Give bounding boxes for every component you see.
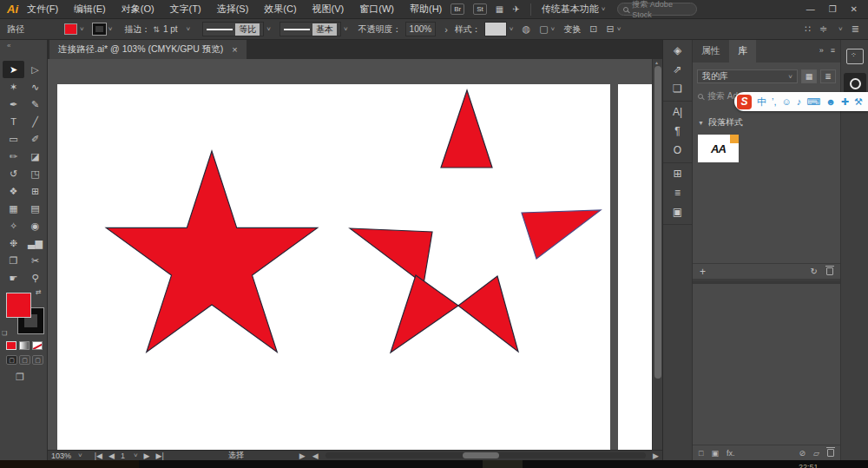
tab-libraries[interactable]: 库 xyxy=(729,40,756,63)
vertical-scroll-thumb[interactable] xyxy=(654,66,661,379)
tab-close-icon[interactable]: × xyxy=(232,44,237,55)
prev-artboard-icon[interactable]: ◀ xyxy=(108,452,115,460)
fill-chevron-icon[interactable]: ˅ xyxy=(80,25,84,33)
menu-item-效果(C)[interactable]: 效果(C) xyxy=(264,3,296,16)
fx-icon[interactable]: fx. xyxy=(727,449,735,458)
sync-icon[interactable]: ↻ xyxy=(811,267,818,276)
fill-proxy[interactable] xyxy=(6,293,31,318)
panel-expand-icon[interactable]: » xyxy=(819,46,824,55)
delete-icon[interactable] xyxy=(827,449,834,457)
distribute-options-icon[interactable]: ≑ xyxy=(819,23,827,35)
corner-chevron-icon[interactable]: ˅ xyxy=(617,25,621,33)
scale-tool-icon[interactable]: ◳ xyxy=(24,165,46,182)
close-button[interactable]: ✕ xyxy=(851,4,858,14)
status-play-icon[interactable]: ▶ xyxy=(299,452,306,460)
sogou-logo-icon[interactable]: S xyxy=(737,95,752,109)
pencil-tool-icon[interactable]: ✏ xyxy=(3,148,24,165)
opentype-panel-icon[interactable]: O xyxy=(668,144,687,158)
screen-mode-button[interactable]: ❐ xyxy=(16,372,24,383)
stroke-box-icon[interactable]: □ xyxy=(699,449,703,458)
pathfinder-panel-icon[interactable]: ▣ xyxy=(668,206,687,220)
document-tab[interactable]: 连接路径.ai* @ 103% (CMYK/GPU 预览) × xyxy=(49,40,247,59)
fill-color-swatch[interactable] xyxy=(64,23,77,35)
slice-tool-icon[interactable]: ✂ xyxy=(24,252,46,269)
eraser-tool-icon[interactable]: ◪ xyxy=(24,148,46,165)
arrange-documents-icon[interactable]: ▦ xyxy=(496,4,503,14)
lasso-tool-icon[interactable]: ∿ xyxy=(24,78,46,96)
transform-label[interactable]: 变换 xyxy=(563,23,581,36)
paragraph-panel-icon[interactable]: ¶ xyxy=(668,125,687,139)
account-icon[interactable]: ☻ xyxy=(825,96,836,107)
curvature-tool-icon[interactable]: ✎ xyxy=(24,96,46,113)
scroll-up-icon[interactable]: ▴ xyxy=(655,59,658,65)
perspective-grid-tool-icon[interactable]: ⊞ xyxy=(24,182,46,200)
emoji-icon[interactable]: ☺ xyxy=(782,96,792,107)
library-select[interactable]: 我的库 ˅ xyxy=(697,69,798,83)
zoom-level[interactable]: 103% xyxy=(51,452,71,460)
keyboard-icon[interactable]: ⌨ xyxy=(806,96,820,108)
profile-chevron-icon[interactable]: ˅ xyxy=(266,25,271,33)
options-chevron-icon[interactable]: ˅ xyxy=(838,25,843,33)
horizontal-scrollbar[interactable] xyxy=(326,452,646,458)
corner-widget-icon[interactable]: ⊟ xyxy=(606,23,614,35)
document-setup-icon[interactable]: ◍ xyxy=(523,23,531,35)
stroke-color-swatch[interactable] xyxy=(93,23,106,35)
artboard-tool-icon[interactable]: ❐ xyxy=(3,252,24,269)
horizontal-scroll-thumb[interactable] xyxy=(463,452,499,458)
share-icon[interactable]: ✈ xyxy=(512,4,519,14)
skin-icon[interactable]: ✚ xyxy=(841,96,849,108)
fill-box-icon[interactable]: ▣ xyxy=(711,449,719,458)
clear-appearance-icon[interactable]: ⊘ xyxy=(799,449,806,458)
width-profile-dropdown[interactable]: 等比 xyxy=(202,22,264,36)
draw-inside-button[interactable]: ▢ xyxy=(32,355,43,365)
eyedropper-tool-icon[interactable]: ✧ xyxy=(3,217,24,234)
align-options-icon[interactable]: ∷ xyxy=(805,23,811,35)
symbol-sprayer-tool-icon[interactable]: ❉ xyxy=(3,234,24,252)
zoom-chevron-icon[interactable]: ˅ xyxy=(78,452,82,459)
graph-tool-icon[interactable]: ▃▆ xyxy=(24,234,46,252)
select-similar-icon[interactable]: ▢ xyxy=(539,23,548,35)
stroke-weight-value[interactable]: 1 pt xyxy=(163,24,178,34)
delete-library-item-icon[interactable] xyxy=(826,267,833,275)
tab-properties[interactable]: 属性 xyxy=(693,40,729,63)
workspace-chevron-icon[interactable]: ˅ xyxy=(602,5,606,13)
taskbar-tray-item[interactable] xyxy=(483,460,523,468)
workspace-switcher[interactable]: 传统基本功能 xyxy=(542,3,599,16)
stroke-weight-chevron-icon[interactable]: ˅ xyxy=(187,25,191,33)
vertical-scrollbar[interactable]: ▴ xyxy=(652,59,662,450)
artboards-panel-icon[interactable]: ❏ xyxy=(668,82,687,96)
character-panel-icon[interactable]: A| xyxy=(668,106,687,120)
magic-wand-tool-icon[interactable]: ✶ xyxy=(3,78,24,96)
menu-item-文字(T)[interactable]: 文字(T) xyxy=(170,3,201,16)
bridge-button[interactable]: Br xyxy=(450,3,464,15)
brush-dropdown[interactable]: 基本 xyxy=(279,22,341,36)
opacity-more-icon[interactable]: › xyxy=(444,24,448,35)
artboard-chevron-icon[interactable]: ˅ xyxy=(134,452,138,459)
control-panel-menu-icon[interactable]: ≣ xyxy=(852,23,859,35)
style-chevron-icon[interactable]: ˅ xyxy=(510,25,514,33)
style-swatch[interactable] xyxy=(484,22,507,36)
last-artboard-icon[interactable]: ▶| xyxy=(156,452,164,460)
direct-selection-tool-icon[interactable]: ▷ xyxy=(24,61,46,78)
new-item-icon[interactable]: ▱ xyxy=(813,449,819,458)
transform-panel-icon[interactable]: ⊞ xyxy=(668,168,687,181)
tools-collapse-icon[interactable]: ‹‹ xyxy=(0,40,47,52)
hand-tool-icon[interactable]: ☛ xyxy=(3,269,24,287)
gradient-button[interactable] xyxy=(19,341,30,350)
select-similar-chevron-icon[interactable]: ˅ xyxy=(551,25,556,33)
adobe-stock-panel-icon[interactable] xyxy=(846,49,864,64)
rectangle-tool-icon[interactable]: ▭ xyxy=(3,130,24,148)
creative-cloud-icon[interactable] xyxy=(844,73,866,94)
isolate-icon[interactable]: ⊡ xyxy=(589,23,597,35)
selection-tool-icon[interactable]: ➤ xyxy=(3,61,24,78)
restore-button[interactable]: ❐ xyxy=(829,4,837,14)
layers-panel-icon[interactable]: ◈ xyxy=(668,44,687,58)
artboard-number[interactable]: 1 xyxy=(121,452,125,460)
paintbrush-tool-icon[interactable]: ✐ xyxy=(24,130,46,148)
punctuation-icon[interactable]: ’, xyxy=(772,96,777,107)
draw-behind-button[interactable]: ▢ xyxy=(19,355,30,365)
stock-search-input[interactable]: 搜索 Adobe Stock xyxy=(617,3,697,16)
stock-button[interactable]: St xyxy=(473,3,487,15)
type-tool-icon[interactable]: T xyxy=(3,113,24,130)
next-artboard-icon[interactable]: ▶ xyxy=(144,452,150,460)
